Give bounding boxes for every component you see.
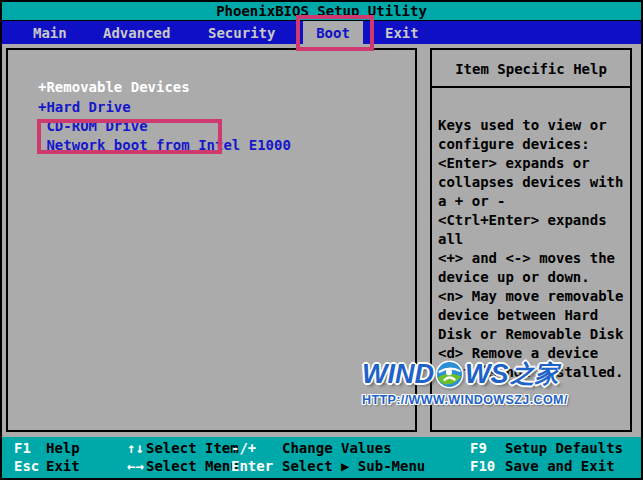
tab-advanced[interactable]: Advanced xyxy=(103,21,170,44)
key-f1: F1 xyxy=(14,439,31,457)
watermark-logo-cjk: 之家 xyxy=(510,358,558,390)
help-line: a + or - xyxy=(438,192,626,211)
hint-exit: Exit xyxy=(46,457,80,475)
key-f9: F9 xyxy=(470,439,487,457)
hint-change-values: Change Values xyxy=(282,439,392,457)
annotation-box-removable-devices xyxy=(37,119,222,154)
tab-security[interactable]: Security xyxy=(208,21,275,44)
watermark-logo: WIND WS 之家 xyxy=(362,358,568,390)
help-line: <Enter> expands or xyxy=(438,154,626,173)
help-line: Disk or Removable Disk xyxy=(438,325,626,344)
help-line: <n> May move removable xyxy=(438,287,626,306)
key-enter: Enter xyxy=(231,457,273,475)
tab-exit[interactable]: Exit xyxy=(385,21,419,44)
key-updown-arrows: ↑↓ xyxy=(127,439,144,457)
key-f10: F10 xyxy=(470,457,495,475)
boot-item-removable-devices[interactable]: +Removable Devices xyxy=(38,79,190,95)
key-leftright-arrows: ←→ xyxy=(127,457,144,475)
watermark-logo-prefix: WIND xyxy=(362,359,434,390)
help-line: all xyxy=(438,230,626,249)
help-line: <Ctrl+Enter> expands xyxy=(438,211,626,230)
help-panel-title: Item Specific Help xyxy=(432,50,630,88)
help-line: <+> and <-> moves the xyxy=(438,249,626,268)
watermark: WIND WS 之家 HTTP://WWW.WINDOWSZJ.COM/ xyxy=(362,358,568,407)
hint-select-item: Select Item xyxy=(146,439,239,457)
tab-main[interactable]: Main xyxy=(33,21,67,44)
help-line: device between Hard xyxy=(438,306,626,325)
help-line: configure devices: xyxy=(438,135,626,154)
boot-item-hard-drive[interactable]: +Hard Drive xyxy=(38,99,131,115)
help-panel-body: Keys used to view or configure devices: … xyxy=(432,88,630,382)
key-minus-plus: -/+ xyxy=(231,439,256,457)
globe-icon xyxy=(435,360,464,389)
boot-order-panel: +Removable Devices +Hard Drive CD-ROM Dr… xyxy=(6,48,417,432)
annotation-box-boot-tab xyxy=(296,15,374,51)
hint-setup-defaults: Setup Defaults xyxy=(505,439,623,457)
help-line: device up or down. xyxy=(438,268,626,287)
key-hint-bar: F1 Help ↑↓ Select Item -/+ Change Values… xyxy=(2,437,641,478)
key-esc: Esc xyxy=(14,457,39,475)
help-line: collapses devices with xyxy=(438,173,626,192)
hint-select-submenu: Select ▶ Sub-Menu xyxy=(282,457,425,475)
bios-setup-screen: PhoenixBIOS Setup Utility Main Advanced … xyxy=(0,0,643,480)
watermark-logo-suffix: WS xyxy=(465,359,509,390)
help-line: Keys used to view or xyxy=(438,116,626,135)
hint-help: Help xyxy=(46,439,80,457)
watermark-url: HTTP://WWW.WINDOWSZJ.COM/ xyxy=(362,393,568,407)
hint-select-menu: Select Menu xyxy=(146,457,239,475)
hint-save-and-exit: Save and Exit xyxy=(505,457,615,475)
